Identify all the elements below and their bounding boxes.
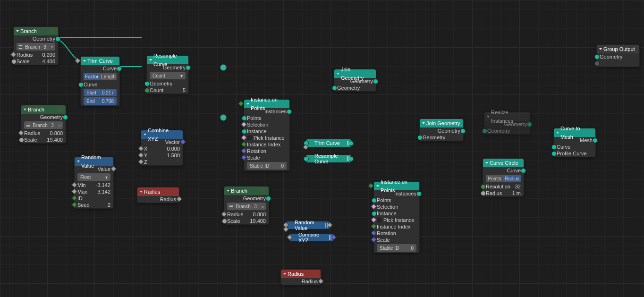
circle-mode-toggle[interactable]: PointsRadius xyxy=(486,175,521,182)
node-combine-xyz[interactable]: Combine XYZ Vector X0.000 Y1.500 Z xyxy=(141,130,183,166)
node-curve-to-mesh[interactable]: Curve to Mesh Mesh Curve Profile Curve xyxy=(553,128,596,157)
branch-selector[interactable]: ☰Branch3○ xyxy=(17,43,55,51)
reroute[interactable] xyxy=(220,114,227,121)
reroute[interactable] xyxy=(220,64,227,71)
node-branch[interactable]: Branch Geometry ☰Branch3○ Radius0.200 Sc… xyxy=(13,26,59,65)
node-resample-curve-collapsed[interactable]: Resample Curve xyxy=(306,155,351,162)
node-radius[interactable]: Radius Radius xyxy=(137,187,179,203)
node-trim-curve-collapsed[interactable]: Trim Curve xyxy=(306,139,351,147)
node-title: Trim Curve xyxy=(87,57,113,65)
node-title: Branch xyxy=(28,105,44,114)
pick-instance-checkbox[interactable] xyxy=(247,136,252,140)
node-title: Curve Circle xyxy=(490,159,518,167)
node-join-geometry[interactable]: Join Geometry Geometry Geometry xyxy=(419,119,464,141)
trim-mode-toggle[interactable]: FactorLength xyxy=(84,73,117,80)
node-instance-on-points[interactable]: Instance on Points Instances Points Sele… xyxy=(373,181,420,253)
branch-selector[interactable]: ☰Branch3○ xyxy=(24,121,63,129)
node-branch[interactable]: Branch Geometry ☰Branch3○ Radius0.800 Sc… xyxy=(224,186,269,225)
stable-id-field[interactable]: Stable ID0 xyxy=(377,244,416,252)
node-branch[interactable]: Branch Geometry ☰Branch3○ Radius0.800 Sc… xyxy=(21,105,66,144)
node-join-geometry[interactable]: Join Geometry Geometry Geometry xyxy=(334,69,376,92)
node-curve-circle[interactable]: Curve Circle Curve PointsRadius Resoluti… xyxy=(483,158,524,197)
node-trim-curve[interactable]: Trim Curve Curve FactorLength Curve Star… xyxy=(80,56,120,106)
end-field[interactable]: End0.708 xyxy=(84,97,117,105)
node-title: Radius xyxy=(144,187,160,196)
node-title: Branch xyxy=(231,187,247,195)
node-random-value[interactable]: Random Value Value Float▾ Min-3.142 Max3… xyxy=(74,157,114,209)
node-random-value-collapsed[interactable]: Random Value xyxy=(286,221,330,229)
node-title: Radius xyxy=(288,270,304,278)
random-mode[interactable]: Float▾ xyxy=(77,173,110,181)
node-title: Join Geometry xyxy=(426,119,460,127)
node-title: Group Output xyxy=(603,45,635,53)
stable-id-field[interactable]: Stable ID0 xyxy=(247,162,287,170)
node-group-output[interactable]: Group Output Geometry xyxy=(596,44,640,67)
resample-mode[interactable]: Count▾ xyxy=(150,72,186,79)
editor-grid[interactable] xyxy=(0,0,644,297)
node-resample-curve[interactable]: Resample Curve Geometry Count▾ Geometry … xyxy=(146,55,189,94)
pick-instance-checkbox[interactable] xyxy=(377,218,381,222)
node-instance-on-points[interactable]: Instance on Points Instances Points Sele… xyxy=(244,99,290,171)
node-radius[interactable]: Radius Radius xyxy=(280,269,321,285)
node-combine-xyz-collapsed[interactable]: Combine XYZ xyxy=(290,234,333,241)
start-field[interactable]: Start0.217 xyxy=(84,89,117,96)
branch-selector[interactable]: ☰Branch3○ xyxy=(227,203,266,210)
node-title: Branch xyxy=(20,27,37,35)
node-realize-instances[interactable]: Realize Instances Geometry Geometry xyxy=(484,112,530,135)
